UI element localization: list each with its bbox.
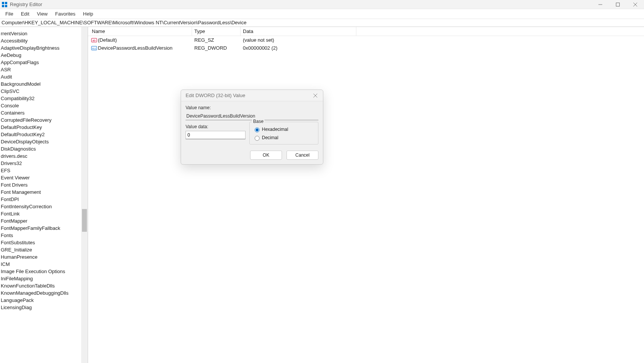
radio-hexadecimal-input[interactable] bbox=[255, 127, 260, 132]
tree-item[interactable]: Image File Execution Options bbox=[0, 268, 88, 275]
main-area: rrentVersionAccessibilityAdaptiveDisplay… bbox=[0, 27, 644, 363]
tree-item[interactable]: IniFileMapping bbox=[0, 275, 88, 282]
reg-sz-icon: ab bbox=[91, 37, 97, 43]
tree-item[interactable]: GRE_Initialize bbox=[0, 246, 88, 253]
tree-item[interactable]: Drivers32 bbox=[0, 160, 88, 167]
svg-rect-2 bbox=[2, 5, 4, 7]
tree-item[interactable]: HumanPresence bbox=[0, 253, 88, 261]
column-name[interactable]: Name bbox=[88, 27, 192, 36]
radio-decimal[interactable]: Decimal bbox=[253, 134, 315, 142]
radio-decimal-label: Decimal bbox=[262, 135, 278, 140]
svg-rect-0 bbox=[2, 2, 4, 4]
column-data[interactable]: Data bbox=[241, 27, 644, 36]
value-data-field[interactable] bbox=[186, 131, 246, 139]
value-data: (value not set) bbox=[241, 37, 644, 43]
value-name-label: Value name: bbox=[186, 105, 318, 110]
tree-item[interactable]: FontMapperFamilyFallback bbox=[0, 225, 88, 232]
tree-item[interactable]: Compatibility32 bbox=[0, 95, 88, 102]
values-body: ab(Default)REG_SZ(value not set)011Devic… bbox=[88, 36, 644, 52]
value-name: (Default) bbox=[98, 37, 192, 43]
menu-help[interactable]: Help bbox=[79, 10, 97, 17]
tree-item[interactable]: Fonts bbox=[0, 232, 88, 239]
tree-item[interactable]: Containers bbox=[0, 109, 88, 116]
tree-pane: rrentVersionAccessibilityAdaptiveDisplay… bbox=[0, 27, 88, 363]
window-title: Registry Editor bbox=[10, 2, 42, 7]
menu-edit[interactable]: Edit bbox=[17, 10, 33, 17]
svg-text:ab: ab bbox=[93, 39, 96, 42]
radio-hexadecimal[interactable]: Hexadecimal bbox=[253, 125, 315, 134]
tree-item[interactable]: KnownFunctionTableDlls bbox=[0, 282, 88, 289]
menu-favorites[interactable]: Favorites bbox=[51, 10, 79, 17]
tree-item[interactable]: LicensingDiag bbox=[0, 304, 88, 311]
tree-item[interactable]: FontDPI bbox=[0, 196, 88, 203]
radio-decimal-input[interactable] bbox=[255, 136, 260, 141]
maximize-button[interactable] bbox=[609, 0, 627, 9]
dialog-titlebar[interactable]: Edit DWORD (32-bit) Value bbox=[181, 90, 323, 101]
reg-dword-icon: 011 bbox=[91, 45, 97, 51]
svg-text:011: 011 bbox=[92, 47, 96, 50]
dialog-close-button[interactable] bbox=[308, 90, 323, 101]
base-fieldset: Base Hexadecimal Decimal bbox=[249, 122, 318, 145]
tree-item[interactable]: DeviceDisplayObjects bbox=[0, 138, 88, 145]
tree-list: rrentVersionAccessibilityAdaptiveDisplay… bbox=[0, 27, 88, 311]
dialog-title: Edit DWORD (32-bit) Value bbox=[186, 93, 245, 98]
cancel-button[interactable]: Cancel bbox=[287, 151, 318, 160]
tree-item[interactable]: EFS bbox=[0, 167, 88, 174]
close-button[interactable] bbox=[627, 0, 644, 9]
tree-item[interactable]: ICM bbox=[0, 261, 88, 268]
minimize-button[interactable] bbox=[592, 0, 609, 9]
svg-rect-5 bbox=[616, 3, 620, 6]
radio-hexadecimal-label: Hexadecimal bbox=[262, 127, 288, 132]
tree-item[interactable]: DefaultProductKey bbox=[0, 124, 88, 131]
edit-dword-dialog: Edit DWORD (32-bit) Value Value name: Va… bbox=[181, 90, 323, 165]
window-controls bbox=[592, 0, 644, 9]
tree-item[interactable]: LanguagePack bbox=[0, 297, 88, 304]
menu-file[interactable]: File bbox=[2, 10, 17, 17]
menubar: File Edit View Favorites Help bbox=[0, 9, 644, 19]
tree-item[interactable]: Console bbox=[0, 102, 88, 109]
tree-scrollbar[interactable] bbox=[81, 27, 88, 363]
tree-item[interactable]: CorruptedFileRecovery bbox=[0, 116, 88, 124]
values-header: Name Type Data bbox=[88, 27, 644, 36]
values-pane: Name Type Data ab(Default)REG_SZ(value n… bbox=[88, 27, 644, 363]
tree-item[interactable]: FontIntensityCorrection bbox=[0, 203, 88, 210]
registry-editor-icon bbox=[2, 2, 8, 8]
column-type[interactable]: Type bbox=[192, 27, 241, 36]
value-type: REG_DWORD bbox=[192, 45, 241, 51]
value-data-label: Value data: bbox=[186, 124, 249, 129]
tree-item[interactable]: drivers.desc bbox=[0, 152, 88, 160]
tree-item[interactable]: FontLink bbox=[0, 210, 88, 217]
tree-item[interactable]: AppCompatFlags bbox=[0, 59, 88, 66]
tree-item[interactable]: rrentVersion bbox=[0, 30, 88, 37]
tree-item[interactable]: AeDebug bbox=[0, 52, 88, 59]
tree-scrollbar-thumb[interactable] bbox=[82, 209, 87, 232]
tree-item[interactable]: BackgroundModel bbox=[0, 80, 88, 88]
value-row[interactable]: 011DevicePasswordLessBuildVersionREG_DWO… bbox=[88, 44, 644, 52]
menu-view[interactable]: View bbox=[33, 10, 51, 17]
tree-item[interactable]: DefaultProductKey2 bbox=[0, 131, 88, 138]
base-legend: Base bbox=[252, 119, 265, 124]
titlebar: Registry Editor bbox=[0, 0, 644, 9]
ok-button[interactable]: OK bbox=[250, 151, 282, 160]
tree-item[interactable]: Accessibility bbox=[0, 37, 88, 44]
value-name: DevicePasswordLessBuildVersion bbox=[98, 45, 192, 51]
tree-item[interactable]: Audit bbox=[0, 73, 88, 80]
value-row[interactable]: ab(Default)REG_SZ(value not set) bbox=[88, 36, 644, 44]
tree-item[interactable]: DiskDiagnostics bbox=[0, 145, 88, 152]
tree-item[interactable]: Event Viewer bbox=[0, 174, 88, 181]
tree-item[interactable]: ASR bbox=[0, 66, 88, 73]
svg-rect-1 bbox=[5, 2, 7, 4]
tree-item[interactable]: Font Drivers bbox=[0, 181, 88, 189]
tree-item[interactable]: AdaptiveDisplayBrightness bbox=[0, 44, 88, 52]
address-bar[interactable]: Computer\HKEY_LOCAL_MACHINE\SOFTWARE\Mic… bbox=[0, 19, 644, 27]
value-type: REG_SZ bbox=[192, 37, 241, 43]
svg-rect-3 bbox=[5, 5, 7, 7]
tree-item[interactable]: FontMapper bbox=[0, 217, 88, 225]
tree-item[interactable]: FontSubstitutes bbox=[0, 239, 88, 246]
tree-item[interactable]: ClipSVC bbox=[0, 88, 88, 95]
dialog-body: Value name: Value data: Base Hexadecimal bbox=[181, 101, 323, 164]
tree-item[interactable]: KnownManagedDebuggingDlls bbox=[0, 289, 88, 297]
value-data: 0x00000002 (2) bbox=[241, 45, 644, 51]
tree-item[interactable]: Font Management bbox=[0, 189, 88, 196]
